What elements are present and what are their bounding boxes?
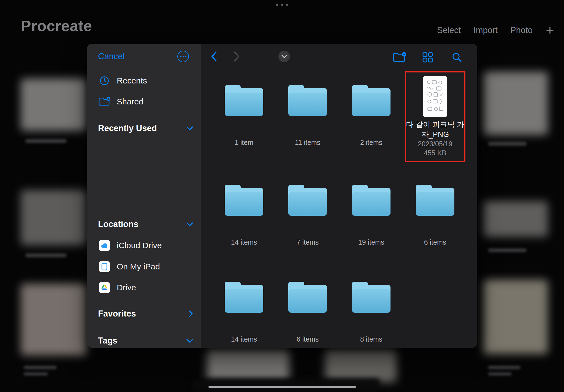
folder-icon bbox=[352, 282, 391, 313]
gallery-actions: Select Import Photo bbox=[437, 25, 555, 35]
new-folder-button[interactable] bbox=[393, 52, 406, 64]
folder-item-count: 14 items bbox=[231, 335, 257, 343]
folder-icon bbox=[225, 85, 263, 116]
file-thumbnail bbox=[423, 76, 447, 117]
folder-icon bbox=[416, 185, 454, 216]
shared-folder-icon bbox=[98, 97, 111, 107]
multitask-dots-handle[interactable] bbox=[276, 4, 288, 6]
chevron-right-icon bbox=[233, 51, 240, 62]
folder-item[interactable]: 8 items bbox=[341, 282, 402, 343]
back-button[interactable] bbox=[210, 51, 217, 63]
blurred-artwork bbox=[21, 79, 87, 131]
folder-item-count: 1 item bbox=[235, 139, 253, 147]
home-indicator[interactable] bbox=[208, 386, 356, 388]
google-drive-icon bbox=[99, 282, 110, 293]
sidebar-divider bbox=[98, 327, 201, 327]
sidebar-item-shared[interactable]: Shared bbox=[98, 95, 143, 108]
chevron-left-icon bbox=[210, 51, 217, 62]
sidebar-item-label: Shared bbox=[117, 97, 143, 106]
folder-item[interactable]: 1 item bbox=[214, 85, 274, 147]
files-sidebar: Cancel Recents Shared Recently Used bbox=[87, 44, 201, 348]
forward-button[interactable] bbox=[233, 51, 240, 63]
chevron-down-icon bbox=[186, 222, 193, 227]
search-icon bbox=[451, 52, 462, 63]
file-item-png[interactable]: 다 같이 피크닉 가 자_PNG 2023/05/19 455 KB bbox=[405, 76, 465, 158]
sidebar-item-on-my-ipad[interactable]: On My iPad bbox=[98, 260, 160, 273]
section-locations[interactable]: Locations bbox=[98, 218, 193, 231]
icloud-drive-icon bbox=[99, 240, 110, 251]
app-title: Procreate bbox=[21, 17, 92, 35]
sidebar-item-label: iCloud Drive bbox=[117, 241, 162, 250]
sidebar-item-label: Drive bbox=[117, 283, 136, 292]
files-browser-content: 1 item 11 items 2 items bbox=[201, 44, 477, 348]
sidebar-item-label: Recents bbox=[117, 76, 147, 85]
folder-icon bbox=[288, 185, 327, 216]
chevron-down-icon bbox=[186, 339, 193, 343]
select-button[interactable]: Select bbox=[437, 25, 461, 35]
chevron-down-icon bbox=[281, 55, 287, 58]
blurred-artwork bbox=[21, 190, 87, 245]
folder-item-count: 8 items bbox=[360, 335, 383, 343]
section-favorites[interactable]: Favorites bbox=[98, 307, 193, 320]
folder-item-count: 6 items bbox=[424, 238, 446, 246]
ipad-icon bbox=[99, 261, 110, 272]
grid-view-button[interactable] bbox=[422, 52, 433, 64]
new-folder-icon bbox=[393, 52, 406, 63]
folder-icon bbox=[288, 85, 327, 116]
search-button[interactable] bbox=[451, 52, 462, 64]
folder-icon bbox=[352, 85, 391, 116]
sidebar-item-google-drive[interactable]: Drive bbox=[98, 281, 136, 294]
blurred-artwork bbox=[483, 280, 548, 354]
folder-item-count: 6 items bbox=[297, 335, 319, 343]
import-button[interactable]: Import bbox=[473, 25, 498, 35]
file-size: 455 KB bbox=[424, 148, 446, 158]
title-dropdown-button[interactable] bbox=[278, 51, 290, 62]
folder-item-count: 14 items bbox=[231, 238, 257, 246]
folder-item-count: 7 items bbox=[297, 238, 319, 246]
blurred-artwork bbox=[483, 72, 548, 135]
file-name: 다 같이 피크닉 가 자_PNG bbox=[406, 120, 464, 139]
blurred-artwork bbox=[193, 378, 380, 392]
folder-item[interactable]: 11 items bbox=[277, 85, 338, 147]
folder-item[interactable]: 6 items bbox=[405, 185, 465, 246]
blurred-artwork bbox=[325, 349, 397, 382]
files-picker-modal: Cancel Recents Shared Recently Used bbox=[87, 44, 477, 348]
folder-item-count: 19 items bbox=[358, 238, 384, 246]
sidebar-item-label: On My iPad bbox=[117, 262, 160, 271]
blurred-artwork bbox=[207, 349, 289, 382]
chevron-down-icon bbox=[186, 126, 193, 131]
sidebar-item-recents[interactable]: Recents bbox=[98, 74, 147, 87]
sidebar-item-icloud-drive[interactable]: iCloud Drive bbox=[98, 239, 162, 252]
folder-icon bbox=[225, 185, 263, 216]
plus-icon bbox=[545, 26, 555, 35]
cancel-button[interactable]: Cancel bbox=[98, 52, 125, 61]
more-options-button[interactable] bbox=[177, 51, 189, 62]
folder-item[interactable]: 19 items bbox=[341, 185, 402, 246]
folder-item[interactable]: 14 items bbox=[214, 185, 274, 246]
clock-icon bbox=[98, 75, 111, 86]
folder-icon bbox=[225, 282, 263, 313]
folder-item[interactable]: 6 items bbox=[277, 282, 338, 343]
chevron-right-icon bbox=[189, 310, 193, 317]
folder-item-count: 11 items bbox=[295, 139, 321, 147]
blurred-artwork bbox=[483, 201, 548, 237]
folder-item[interactable]: 2 items bbox=[341, 85, 402, 147]
section-tags[interactable]: Tags bbox=[98, 334, 193, 347]
file-date: 2023/05/19 bbox=[418, 139, 452, 148]
folder-item[interactable]: 14 items bbox=[214, 282, 274, 343]
folder-item[interactable]: 7 items bbox=[277, 185, 338, 246]
photo-button[interactable]: Photo bbox=[510, 25, 533, 35]
section-recently-used[interactable]: Recently Used bbox=[98, 122, 193, 135]
grid-icon bbox=[422, 52, 433, 63]
blurred-artwork bbox=[21, 284, 87, 355]
folder-icon bbox=[288, 282, 327, 313]
folder-icon bbox=[352, 185, 391, 216]
folder-item-count: 2 items bbox=[360, 139, 383, 147]
add-canvas-button[interactable] bbox=[545, 26, 555, 35]
